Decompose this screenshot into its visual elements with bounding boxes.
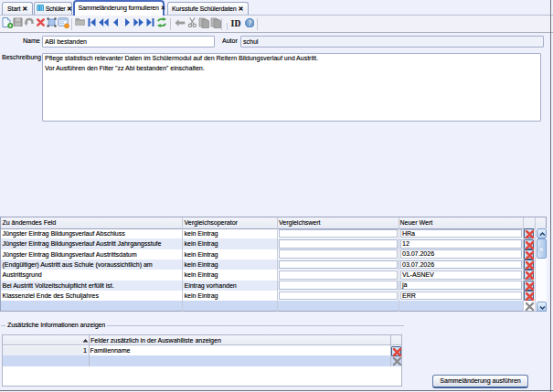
svg-text:?: ? [248,19,251,27]
